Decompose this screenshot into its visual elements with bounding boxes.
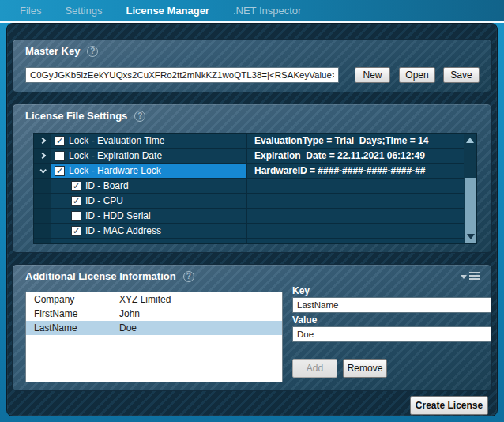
tree-row[interactable]: Lock - Expiration Date Expiration_Date =…	[34, 149, 464, 164]
tree-row-label-cell[interactable]: ✓ Lock - Hardware Lock	[51, 164, 246, 178]
tree-row-label: Lock - Expiration Date	[69, 150, 162, 161]
master-key-title-row: Master Key ?	[25, 45, 98, 57]
menu-dropdown-icon[interactable]	[461, 272, 480, 280]
expander-gutter	[34, 164, 51, 178]
expander-gutter	[34, 149, 51, 163]
open-button[interactable]: Open	[399, 67, 435, 83]
license-settings-tree: ✓ Lock - Evaluation Time EvaluationType …	[33, 133, 477, 244]
tab-files[interactable]: Files	[20, 5, 41, 17]
tree-row-label-cell[interactable]: ✓ ID - MAC Address	[51, 224, 246, 238]
tree-row-label-cell[interactable]: Lock - Expiration Date	[51, 149, 246, 163]
remove-button[interactable]: Remove	[343, 359, 387, 378]
tree-row-label: ID - MAC Address	[85, 225, 161, 236]
checkbox[interactable]	[55, 151, 65, 161]
additional-info-title-row: Additional License Information ?	[25, 270, 194, 282]
scroll-up-icon[interactable]	[466, 138, 474, 143]
license-settings-title-row: License File Settings ?	[25, 110, 145, 122]
tree-row[interactable]: ✓ Lock - Hardware Lock HardwareID = ####…	[34, 164, 464, 179]
tab-settings[interactable]: Settings	[65, 5, 102, 17]
tab-bar: Files Settings License Manager .NET Insp…	[0, 0, 504, 21]
tree-row[interactable]: ✓ ID - MAC Address	[34, 224, 464, 239]
tree-row-label: ID - Board	[85, 180, 129, 191]
tree-row-value	[246, 179, 464, 193]
tree-row-value: Expiration_Date = 22.11.2021 06:12:49	[246, 149, 464, 163]
master-key-title: Master Key	[25, 45, 80, 57]
tree-row-label-cell[interactable]: ✓ ID - Board	[51, 179, 246, 193]
list-item-value: John	[119, 308, 282, 319]
expander-gutter	[34, 239, 51, 244]
value-input[interactable]	[292, 326, 491, 342]
list-item-key: Company	[26, 294, 119, 305]
scroll-down-icon[interactable]	[467, 234, 475, 239]
checkbox[interactable]: ✓	[71, 226, 81, 236]
add-button[interactable]: Add	[292, 359, 337, 378]
expander-gutter	[34, 194, 51, 208]
expander-chevron-icon[interactable]	[39, 138, 45, 144]
list-item-key: FirstName	[26, 308, 119, 319]
list-item-key: LastName	[26, 322, 119, 333]
checkbox[interactable]: ✓	[55, 166, 65, 176]
license-tree-rows: ✓ Lock - Evaluation Time EvaluationType …	[34, 134, 464, 243]
master-key-input[interactable]	[25, 67, 339, 83]
tree-row-value	[246, 209, 464, 223]
license-file-settings-section: License File Settings ? ✓ Lock - Evaluat…	[12, 104, 492, 253]
additional-info-title: Additional License Information	[25, 270, 176, 282]
checkbox[interactable]: ✓	[71, 196, 81, 206]
list-item[interactable]: FirstName John	[26, 307, 282, 321]
scrollbar-thumb[interactable]	[465, 178, 476, 243]
expander-chevron-icon[interactable]	[39, 153, 45, 159]
tree-row[interactable]	[34, 239, 464, 244]
chevron-down-icon	[461, 275, 467, 279]
list-item[interactable]: Company XYZ Limited	[26, 292, 282, 307]
tree-row-label: Lock - Evaluation Time	[69, 135, 164, 146]
value-label: Value	[292, 315, 317, 326]
checkbox[interactable]: ✓	[55, 136, 65, 146]
tree-row-value: HardwareID = ####-####-####-####-##	[246, 164, 464, 178]
tree-row-value: EvaluationType = Trial_Days;Time = 14	[246, 134, 464, 148]
tree-row[interactable]: ✓ ID - CPU	[34, 194, 464, 209]
tree-row-label-cell[interactable]: ✓ ID - CPU	[51, 194, 246, 208]
additional-license-info-section: Additional License Information ? Company…	[12, 264, 492, 391]
expander-gutter	[34, 209, 51, 223]
hamburger-icon	[469, 272, 480, 280]
tree-row-value	[246, 224, 464, 238]
checkbox[interactable]	[71, 211, 81, 221]
checkbox[interactable]: ✓	[71, 181, 81, 191]
tree-row[interactable]: ID - HDD Serial	[34, 209, 464, 224]
key-input[interactable]	[292, 297, 491, 313]
tree-scrollbar[interactable]	[464, 134, 476, 243]
new-button[interactable]: New	[355, 67, 390, 83]
main-panel: Master Key ? New Open Save License File …	[6, 23, 498, 416]
tree-row-label-cell[interactable]	[51, 239, 246, 244]
tree-row-label: ID - CPU	[85, 195, 123, 206]
list-item[interactable]: LastName Doe	[26, 321, 282, 335]
tree-row-label-cell[interactable]: ✓ Lock - Evaluation Time	[51, 134, 246, 148]
expander-gutter	[34, 134, 51, 148]
tree-row[interactable]: ✓ Lock - Evaluation Time EvaluationType …	[34, 134, 464, 149]
help-icon[interactable]: ?	[134, 111, 145, 122]
tab-net-inspector[interactable]: .NET Inspector	[233, 5, 301, 17]
license-settings-title: License File Settings	[25, 110, 127, 122]
tree-row-label: Lock - Hardware Lock	[69, 165, 161, 176]
tree-row-label: ID - HDD Serial	[85, 210, 151, 221]
help-icon[interactable]: ?	[87, 46, 98, 57]
tab-license-manager[interactable]: License Manager	[126, 5, 209, 17]
tree-row-label-cell[interactable]: ID - HDD Serial	[51, 209, 246, 223]
expander-gutter	[34, 179, 51, 193]
tree-row-value	[246, 239, 464, 244]
list-item-value: Doe	[119, 322, 282, 333]
expander-gutter	[34, 224, 51, 238]
save-button[interactable]: Save	[443, 67, 480, 83]
master-key-section: Master Key ? New Open Save	[12, 39, 492, 92]
create-license-button[interactable]: Create License	[410, 396, 488, 415]
list-item-value: XYZ Limited	[119, 294, 282, 305]
key-label: Key	[292, 285, 310, 296]
license-info-list[interactable]: Company XYZ Limited FirstName John LastN…	[25, 292, 283, 382]
tree-row[interactable]: ✓ ID - Board	[34, 179, 464, 194]
tree-row-value	[246, 194, 464, 208]
expander-chevron-icon[interactable]	[39, 167, 46, 173]
help-icon[interactable]: ?	[183, 271, 194, 282]
